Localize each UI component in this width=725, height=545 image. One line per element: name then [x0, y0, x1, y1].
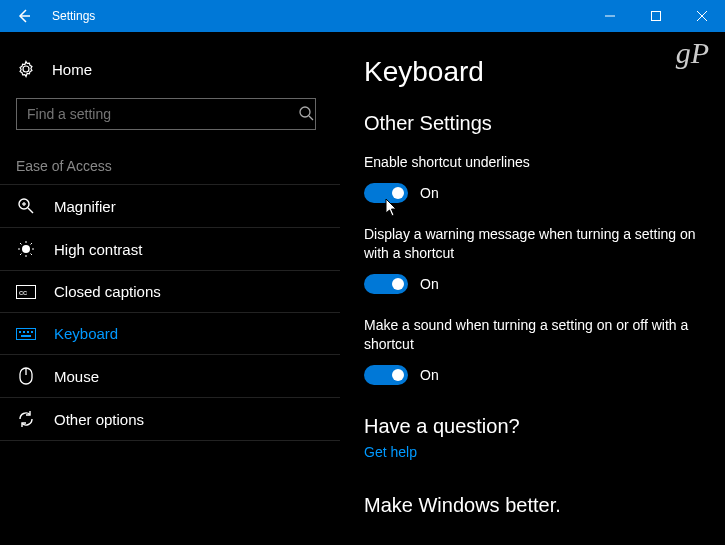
window-controls [587, 0, 725, 32]
svg-point-11 [22, 245, 30, 253]
toggle-knob [392, 187, 404, 199]
setting-label: Display a warning message when turning a… [364, 225, 701, 264]
sidebar-item-label: Magnifier [54, 198, 116, 215]
toggle-state: On [420, 367, 439, 383]
search-icon [298, 105, 314, 121]
question-heading: Have a question? [364, 415, 701, 438]
cc-icon: cc [16, 285, 36, 299]
close-icon [697, 11, 707, 21]
sidebar-item-closed-captions[interactable]: cc Closed captions [0, 270, 340, 312]
main-panel: Keyboard Other Settings Enable shortcut … [340, 32, 725, 545]
sidebar-item-high-contrast[interactable]: High contrast [0, 227, 340, 270]
home-button[interactable]: Home [0, 52, 340, 86]
toggle-row-shortcut-underlines: On [364, 183, 701, 203]
sidebar-item-mouse[interactable]: Mouse [0, 354, 340, 397]
svg-line-16 [20, 243, 22, 245]
toggle-row-sound: On [364, 365, 701, 385]
sync-icon [16, 410, 36, 428]
sidebar-item-label: Closed captions [54, 283, 161, 300]
svg-rect-2 [652, 12, 661, 21]
home-label: Home [52, 61, 92, 78]
search-input[interactable] [16, 98, 316, 130]
svg-line-18 [20, 254, 22, 256]
svg-rect-25 [27, 331, 29, 333]
sidebar-item-label: Mouse [54, 368, 99, 385]
window-title: Settings [52, 9, 95, 23]
toggle-knob [392, 369, 404, 381]
svg-line-19 [31, 243, 33, 245]
maximize-button[interactable] [633, 0, 679, 32]
svg-rect-23 [19, 331, 21, 333]
better-heading: Make Windows better. [364, 494, 701, 517]
keyboard-icon [16, 328, 36, 340]
category-heading: Ease of Access [0, 130, 340, 184]
svg-rect-27 [21, 335, 31, 337]
svg-rect-26 [31, 331, 33, 333]
page-title: Keyboard [364, 56, 701, 88]
titlebar: Settings [0, 0, 725, 32]
back-button[interactable] [0, 0, 48, 32]
arrow-left-icon [16, 8, 32, 24]
search-container [16, 98, 324, 130]
sidebar-item-magnifier[interactable]: Magnifier [0, 184, 340, 227]
toggle-row-warning: On [364, 274, 701, 294]
minimize-button[interactable] [587, 0, 633, 32]
sidebar-item-label: Keyboard [54, 325, 118, 342]
svg-point-5 [300, 107, 310, 117]
sidebar-item-label: Other options [54, 411, 144, 428]
svg-line-17 [31, 254, 33, 256]
sidebar-item-keyboard[interactable]: Keyboard [0, 312, 340, 354]
toggle-state: On [420, 276, 439, 292]
setting-label: Make a sound when turning a setting on o… [364, 316, 701, 355]
svg-line-8 [28, 208, 33, 213]
toggle-warning-message[interactable] [364, 274, 408, 294]
mouse-icon [16, 367, 36, 385]
get-help-link[interactable]: Get help [364, 444, 701, 460]
close-button[interactable] [679, 0, 725, 32]
svg-rect-22 [17, 328, 36, 339]
toggle-shortcut-underlines[interactable] [364, 183, 408, 203]
minimize-icon [605, 11, 615, 21]
maximize-icon [651, 11, 661, 21]
toggle-knob [392, 278, 404, 290]
toggle-state: On [420, 185, 439, 201]
setting-label: Enable shortcut underlines [364, 153, 701, 173]
sidebar: Home Ease of Access Magnifier High contr… [0, 32, 340, 545]
svg-text:cc: cc [19, 288, 27, 297]
sidebar-item-other-options[interactable]: Other options [0, 397, 340, 441]
gear-icon [16, 60, 36, 78]
toggle-sound[interactable] [364, 365, 408, 385]
magnifier-icon [16, 197, 36, 215]
sidebar-item-label: High contrast [54, 241, 142, 258]
svg-line-6 [309, 116, 313, 120]
section-title: Other Settings [364, 112, 701, 135]
svg-rect-24 [23, 331, 25, 333]
contrast-icon [16, 240, 36, 258]
